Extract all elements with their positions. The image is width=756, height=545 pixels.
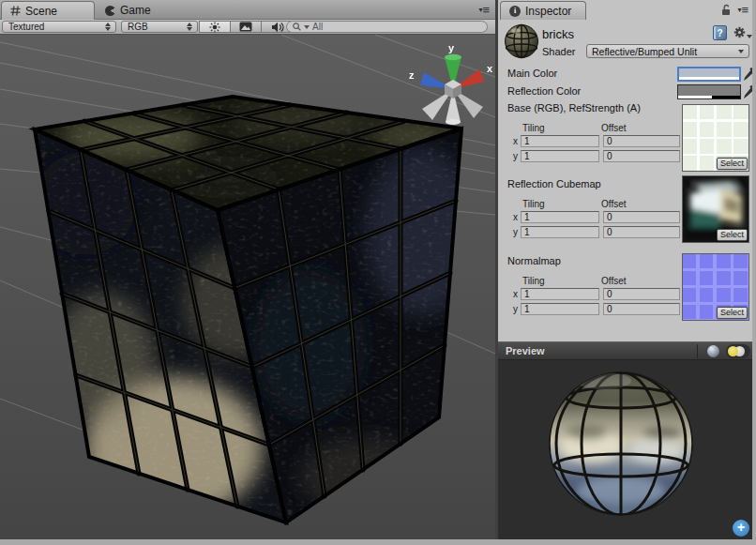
help-icon[interactable]: ?	[713, 25, 727, 40]
cubemap-texture-section: Reflection Cubemap Tiling Offset x y	[498, 178, 752, 251]
offset-header: Offset	[601, 276, 627, 286]
normalmap-texture-thumbnail[interactable]: Select	[682, 253, 749, 321]
dropdown-arrows-icon	[105, 23, 111, 31]
normalmap-tiling-y-field[interactable]	[521, 303, 599, 315]
draw-mode-label: Textured	[8, 22, 101, 32]
normalmap-offset-x-field[interactable]	[603, 288, 680, 300]
sun-icon	[209, 22, 220, 33]
preview-sphere[interactable]	[498, 360, 752, 539]
base-tiling-x-field[interactable]	[521, 135, 599, 147]
reflection-color-label: Reflection Color	[507, 85, 581, 97]
tab-scene-label: Scene	[25, 5, 57, 18]
tiling-header: Tiling	[522, 199, 545, 209]
x-axis-label: x	[513, 212, 521, 222]
tab-inspector-label: Inspector	[525, 5, 571, 18]
section-label: Base (RGB), RefStrength (A)	[507, 102, 641, 114]
cubemap-tiling-y-field[interactable]	[521, 226, 599, 238]
grid-icon	[10, 6, 21, 16]
scene-lighting-toggle[interactable]	[199, 21, 231, 33]
search-text: All	[312, 22, 323, 32]
preview-header[interactable]: Preview	[498, 341, 752, 360]
lock-icon[interactable]	[721, 4, 732, 16]
y-axis-label: y	[513, 304, 521, 314]
y-axis-label: y	[513, 227, 521, 237]
image-icon	[239, 22, 252, 32]
reflection-color-swatch[interactable]	[677, 84, 741, 99]
material-name: bricks	[542, 27, 574, 41]
sphere-icon	[707, 345, 719, 357]
info-icon: i	[509, 6, 521, 17]
offset-header: Offset	[601, 199, 627, 209]
dropdown-arrows-icon	[187, 23, 192, 31]
shader-label: Shader	[542, 46, 575, 57]
x-axis-label: x	[513, 289, 521, 299]
shader-value: Reflective/Bumped Unlit	[592, 46, 738, 57]
color-mode-label: RGB	[128, 22, 183, 32]
tiling-header: Tiling	[522, 276, 545, 286]
base-texture-thumbnail[interactable]: Select	[682, 104, 749, 172]
base-offset-x-field[interactable]	[603, 135, 680, 147]
section-label: Normalmap	[507, 255, 561, 266]
gear-icon	[733, 26, 746, 38]
base-select-button[interactable]: Select	[717, 158, 748, 170]
preview-title: Preview	[506, 345, 545, 356]
shader-dropdown[interactable]: Reflective/Bumped Unlit	[586, 44, 749, 58]
base-texture-section: Base (RGB), RefStrength (A) Tiling Offse…	[498, 102, 752, 175]
scene-skybox-toggle[interactable]	[230, 21, 262, 33]
normalmap-select-button[interactable]: Select	[717, 307, 748, 319]
base-tiling-y-field[interactable]	[521, 150, 599, 162]
unity-editor-window: Scene Game ▾≡ Textured RGB	[0, 0, 756, 545]
scene-toolbar: Textured RGB	[0, 20, 495, 35]
window-border-right	[752, 0, 756, 545]
scene-panel-menu-icon[interactable]: ▾≡	[478, 6, 490, 15]
normalmap-tiling-x-field[interactable]	[521, 288, 599, 300]
offset-header: Offset	[601, 123, 627, 133]
add-button[interactable]: +	[733, 520, 749, 537]
material-options-button[interactable]	[733, 26, 752, 38]
preview-shape-button[interactable]	[703, 344, 722, 358]
tab-inspector[interactable]: i Inspector	[500, 1, 586, 20]
light-on-icon	[728, 346, 738, 356]
cubemap-offset-x-field[interactable]	[603, 211, 680, 223]
cubemap-texture-thumbnail[interactable]: Select	[682, 175, 749, 243]
tab-scene[interactable]: Scene	[1, 1, 95, 20]
x-axis-label: x	[513, 136, 521, 146]
search-icon	[293, 23, 301, 31]
search-filter-arrow-icon	[304, 25, 310, 29]
cubemap-offset-y-field[interactable]	[603, 226, 680, 238]
cubemap-select-button[interactable]: Select	[717, 229, 748, 241]
chevron-down-icon	[738, 50, 744, 53]
normalmap-offset-y-field[interactable]	[603, 303, 680, 315]
scene-panel: Scene Game ▾≡ Textured RGB	[0, 0, 495, 539]
game-icon	[105, 6, 115, 16]
tiling-header: Tiling	[522, 123, 545, 133]
main-color-swatch[interactable]	[677, 67, 741, 82]
gizmo-x-label: x	[487, 63, 493, 74]
gizmo-y-label: y	[448, 42, 455, 53]
draw-mode-dropdown[interactable]: Textured	[2, 21, 116, 33]
scene-search-field[interactable]: All	[286, 21, 488, 33]
preview-area[interactable]: +	[498, 360, 752, 539]
plus-icon: +	[737, 520, 745, 535]
y-axis-label: y	[513, 151, 521, 161]
window-border-bottom	[0, 539, 756, 545]
main-color-alpha-bar	[679, 77, 739, 80]
section-label: Reflection Cubemap	[507, 178, 601, 189]
reflection-color-alpha-bar	[678, 96, 740, 98]
tab-game-label: Game	[120, 4, 151, 17]
panel-splitter[interactable]	[495, 0, 498, 539]
gizmo-z-label: z	[409, 69, 415, 81]
cubemap-tiling-x-field[interactable]	[521, 211, 599, 223]
inspector-panel: i Inspector ▾≡	[498, 0, 752, 539]
preview-lighting-toggle[interactable]	[726, 344, 750, 358]
scene-viewport[interactable]: y x z	[0, 35, 495, 539]
inspector-menu-icon[interactable]: ▾≡	[737, 6, 748, 15]
color-mode-dropdown[interactable]: RGB	[121, 21, 198, 33]
main-color-label: Main Color	[507, 68, 557, 79]
base-offset-y-field[interactable]	[603, 150, 680, 162]
material-preview-thumbnail[interactable]	[504, 23, 539, 59]
tab-game[interactable]: Game	[97, 1, 195, 20]
normalmap-texture-section: Normalmap Tiling Offset x y Select	[498, 255, 752, 328]
speaker-icon	[271, 22, 284, 33]
